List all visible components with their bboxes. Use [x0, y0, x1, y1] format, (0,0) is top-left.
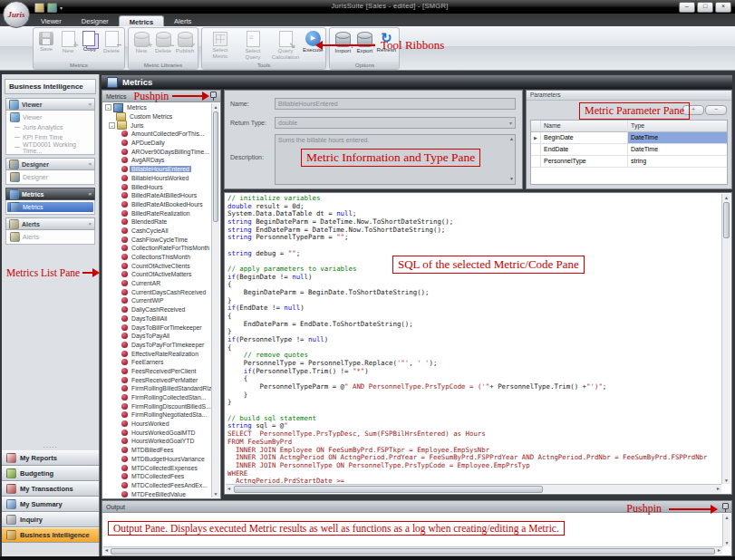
scroll-up-icon[interactable]: ▲: [508, 136, 515, 142]
tree-node-custom-metrics[interactable]: Custom Metrics: [103, 112, 212, 121]
metric-item-billablehoursentered[interactable]: BillableHoursEntered: [103, 165, 212, 174]
return-type-select[interactable]: double ▾: [275, 117, 516, 129]
metric-item-billedraterealization[interactable]: BilledRateRealization: [103, 208, 212, 217]
name-field[interactable]: BillableHoursEntered: [275, 98, 516, 110]
app-logo[interactable]: Juris: [3, 1, 30, 28]
quick-access-icon-2[interactable]: [47, 3, 57, 13]
metric-item-daystopayall[interactable]: DaysToPayAll: [103, 332, 212, 341]
metric-item-hoursworkedgoalmtd[interactable]: HoursWorkedGoalMTD: [103, 428, 212, 437]
ribbon-button-query-calculation[interactable]: Query Calculation: [269, 29, 302, 60]
tree-collapse-icon[interactable]: -: [105, 104, 111, 111]
metric-item-collectionsthismonth[interactable]: CollectionsThisMonth: [103, 253, 212, 262]
collapse-icon[interactable]: ×: [88, 101, 92, 107]
metric-item-mtdbudgethoursvariance[interactable]: MTDBudgetHoursVariance: [103, 455, 212, 464]
collapse-icon[interactable]: ×: [88, 191, 92, 197]
collapse-icon[interactable]: ×: [88, 221, 92, 227]
ribbon-button-copy[interactable]: Copy: [79, 29, 101, 53]
metric-item-feesreceivedperclient[interactable]: FeesReceivedPerClient: [103, 367, 212, 376]
metric-item-effectiveraterealization[interactable]: EffectiveRateRealization: [103, 349, 212, 358]
metric-item-currentar[interactable]: CurrentAR: [103, 279, 212, 288]
metric-item-mtdcollectedfeesandex[interactable]: MTDCollectedFeesAndEx...: [103, 481, 212, 490]
tree-collapse-icon[interactable]: -: [109, 122, 115, 129]
scroll-right-icon[interactable]: ►: [717, 547, 721, 553]
sidebar-item-viewer[interactable]: Viewer: [7, 112, 93, 122]
pushpin-icon[interactable]: [722, 503, 729, 512]
scrollbar-thumb[interactable]: [234, 486, 543, 493]
metrics-tree-scrollbar[interactable]: ▲ ▼: [211, 103, 219, 497]
nav-item-my-transactions[interactable]: My Transactions: [2, 481, 99, 497]
scroll-right-icon[interactable]: ►: [716, 486, 720, 491]
minimize-button[interactable]: –: [679, 2, 695, 13]
sidebar-item-designer[interactable]: Designer: [7, 172, 93, 182]
metric-item-countofactivematters[interactable]: CountOfActiveMatters: [103, 270, 212, 279]
metric-item-firmrollingdiscountbilleds[interactable]: FirmRollingDiscountBilledS...: [103, 401, 212, 410]
sidebar-item-juris-analytics[interactable]: Juris Analytics: [7, 122, 93, 132]
metric-item-currentdayscashreceived[interactable]: CurrentDaysCashReceived: [103, 287, 212, 296]
metric-item-hoursworkedgoalytd[interactable]: HoursWorkedGoalYTD: [103, 437, 212, 446]
code-horizontal-scrollbar[interactable]: ◄ ►: [226, 484, 721, 493]
ribbon-button-save[interactable]: Save: [35, 29, 57, 53]
collapse-icon[interactable]: ×: [88, 161, 92, 167]
sidebar-group-header-viewer[interactable]: Viewer×: [5, 98, 95, 111]
ribbon-button-new[interactable]: New: [131, 29, 152, 54]
metric-item-hoursworked[interactable]: HoursWorked: [103, 420, 212, 429]
metric-item-mtdfeebilledvalue[interactable]: MTDFeeBilledValue: [103, 489, 212, 497]
tree-node-juris[interactable]: -Juris: [103, 121, 212, 130]
metric-item-billablehoursworked[interactable]: BillableHoursWorked: [103, 174, 212, 183]
ribbon-button-delete[interactable]: Delete: [152, 29, 174, 54]
code-editor[interactable]: // initialize variablesdouble result = 0…: [227, 195, 721, 484]
metric-item-currentwip[interactable]: CurrentWIP: [103, 296, 212, 305]
code-vertical-scrollbar[interactable]: ▲ ▼: [721, 194, 730, 484]
metric-item-feesreceivedpermatter[interactable]: FeesReceivedPerMatter: [103, 375, 212, 384]
scrollbar-thumb[interactable]: [213, 111, 218, 222]
sidebar-group-header-designer[interactable]: Designer×: [5, 158, 95, 170]
metric-item-arover90daysbillingtime[interactable]: AROver90DaysBillingTime...: [103, 147, 212, 156]
metric-item-billedrateatbookedhours[interactable]: BilledRateAtBookedHours: [103, 200, 212, 209]
metric-item-apduedaily[interactable]: APDueDaily: [103, 139, 212, 148]
nav-item-business-intelligence[interactable]: Business Intelligence: [2, 527, 99, 543]
scroll-left-icon[interactable]: ◄: [104, 547, 109, 553]
tab-metrics[interactable]: Metrics: [119, 15, 164, 26]
sidebar-group-header-alerts[interactable]: Alerts×: [5, 217, 95, 230]
metric-item-cashcycleall[interactable]: CashCycleAll: [103, 227, 212, 236]
ribbon-button-new[interactable]: New: [57, 29, 79, 54]
sidebar-item-metrics[interactable]: Metrics: [7, 202, 93, 212]
output-vertical-scrollbar[interactable]: ▲ ▼: [722, 514, 730, 546]
scroll-down-icon[interactable]: ▼: [723, 539, 730, 546]
sidebar-splitter[interactable]: .....: [2, 444, 99, 448]
scroll-up-icon[interactable]: ▲: [722, 194, 730, 201]
parameter-row-personneltype[interactable]: PersonnelTypestring: [531, 156, 727, 168]
metric-item-amountcollectedforthis[interactable]: AmountCollectedForThis...: [103, 130, 212, 139]
parameter-row-begindate[interactable]: ▶BeginDateDateTime: [531, 132, 727, 144]
metric-item-daystobillfortimekeeper[interactable]: DaysToBillForTimekeeper: [103, 323, 212, 332]
sidebar-group-header-metrics[interactable]: Metrics×: [5, 188, 95, 200]
metric-item-countofactiveclients[interactable]: CountOfActiveClients: [103, 261, 212, 270]
nav-item-my-summary[interactable]: My Summary: [2, 497, 99, 512]
metric-item-mtdbilledfees[interactable]: MTDBilledFees: [103, 446, 212, 455]
quick-access-dropdown-icon[interactable]: ▾: [60, 5, 63, 11]
scroll-down-icon[interactable]: ▼: [212, 490, 219, 497]
sidebar-item-wtd0001-working-time[interactable]: WTD0001 Working Time...: [7, 142, 93, 152]
nav-item-my-reports[interactable]: My Reports: [2, 450, 99, 466]
close-button[interactable]: ×: [715, 2, 731, 13]
nav-item-budgeting[interactable]: Budgeting: [2, 466, 99, 481]
metric-item-mtdcollectedexpenses[interactable]: MTDCollectedExpenses: [103, 463, 212, 472]
tab-viewer[interactable]: Viewer: [31, 15, 72, 26]
ribbon-button-delete[interactable]: Delete: [101, 29, 122, 54]
metric-item-collectionrateforthismonth[interactable]: CollectionRateForThisMonth: [103, 244, 212, 253]
ribbon-button-select-query[interactable]: Select Query: [237, 29, 269, 60]
ribbon-button-publish[interactable]: Publish: [174, 29, 196, 54]
maximize-button[interactable]: □: [697, 2, 713, 13]
metric-item-firmrollingnegotiatedsta[interactable]: FirmRollingNegotiatedSta...: [103, 410, 212, 420]
metric-item-daystobillall[interactable]: DaysToBillAll: [103, 314, 212, 323]
quick-access-icon-1[interactable]: [34, 3, 44, 13]
metric-item-billedhours[interactable]: BilledHours: [103, 182, 212, 191]
scroll-up-icon[interactable]: ▲: [212, 103, 219, 111]
metric-item-feeearners[interactable]: FeeEarners: [103, 358, 212, 367]
scroll-down-icon[interactable]: ▼: [722, 477, 730, 484]
metric-item-billedrateatbilledhours[interactable]: BilledRateAtBilledHours: [103, 191, 212, 200]
parameter-row-enddate[interactable]: EndDateDateTime: [531, 144, 727, 156]
metric-item-firmrollingbilledstandardrlz[interactable]: FirmRollingBilledStandardRlz: [103, 384, 212, 393]
metric-item-blendedrate[interactable]: BlendedRate: [103, 217, 212, 227]
metric-item-firmrollingcollectedstan[interactable]: FirmRollingCollectedStan...: [103, 393, 212, 402]
